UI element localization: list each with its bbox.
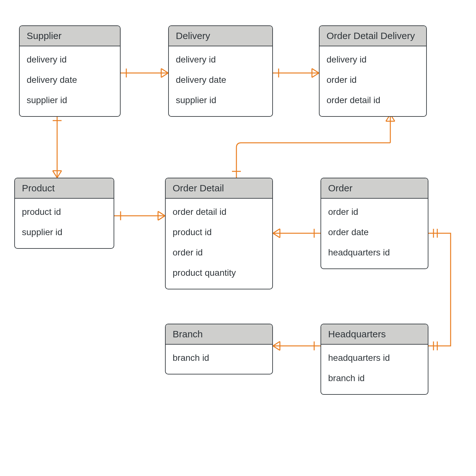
entity-attribute: supplier id bbox=[22, 222, 107, 242]
entity-attribute: product quantity bbox=[173, 263, 265, 283]
entity-title: Branch bbox=[166, 324, 272, 345]
entity-delivery[interactable]: Delivery delivery id delivery date suppl… bbox=[168, 25, 273, 117]
entity-attribute: branch id bbox=[173, 348, 265, 368]
entity-attribute: supplier id bbox=[27, 90, 113, 110]
svg-line-7 bbox=[312, 69, 319, 73]
entity-order-detail[interactable]: Order Detail order detail id product id … bbox=[165, 178, 273, 289]
svg-line-26 bbox=[273, 229, 280, 233]
entity-supplier[interactable]: Supplier delivery id delivery date suppl… bbox=[19, 25, 121, 117]
entity-product[interactable]: Product product id supplier id bbox=[14, 178, 114, 249]
svg-line-12 bbox=[53, 171, 57, 178]
entity-attribute: order id bbox=[328, 202, 421, 222]
entity-attribute: supplier id bbox=[176, 90, 265, 110]
entity-headquarters[interactable]: Headquarters headquarters id branch id bbox=[321, 324, 428, 395]
entity-attribute: delivery id bbox=[176, 50, 265, 70]
er-diagram-canvas: Supplier delivery id delivery date suppl… bbox=[0, 0, 476, 476]
svg-line-2 bbox=[161, 69, 168, 73]
entity-title: Order Detail bbox=[166, 178, 272, 199]
svg-line-13 bbox=[57, 171, 62, 178]
entity-attribute: delivery id bbox=[327, 50, 419, 70]
svg-line-27 bbox=[273, 233, 280, 238]
entity-title: Delivery bbox=[169, 26, 272, 46]
svg-line-8 bbox=[312, 73, 319, 77]
entity-attribute: order detail id bbox=[327, 90, 419, 110]
svg-line-3 bbox=[161, 73, 168, 77]
entity-attribute: order id bbox=[327, 70, 419, 90]
svg-line-35 bbox=[273, 341, 280, 346]
entity-attribute: delivery date bbox=[176, 70, 265, 90]
entity-attribute: product id bbox=[173, 222, 265, 242]
entity-order-detail-delivery[interactable]: Order Detail Delivery delivery id order … bbox=[319, 25, 427, 117]
entity-title: Headquarters bbox=[321, 324, 428, 345]
entity-attribute: order detail id bbox=[173, 202, 265, 222]
entity-title: Supplier bbox=[20, 26, 120, 46]
entity-title: Order bbox=[321, 178, 428, 199]
entity-attribute: product id bbox=[22, 202, 107, 222]
entity-attribute: headquarters id bbox=[328, 348, 421, 368]
entity-title: Order Detail Delivery bbox=[320, 26, 426, 46]
entity-title: Product bbox=[15, 178, 114, 199]
entity-attribute: branch id bbox=[328, 368, 421, 388]
svg-line-36 bbox=[273, 346, 280, 350]
entity-attribute: headquarters id bbox=[328, 242, 421, 263]
svg-line-18 bbox=[158, 216, 165, 220]
entity-attribute: delivery id bbox=[27, 50, 113, 70]
svg-line-17 bbox=[158, 211, 165, 216]
entity-attribute: delivery date bbox=[27, 70, 113, 90]
entity-attribute: order date bbox=[328, 222, 421, 242]
entity-attribute: order id bbox=[173, 242, 265, 263]
entity-branch[interactable]: Branch branch id bbox=[165, 324, 273, 374]
entity-order[interactable]: Order order id order date headquarters i… bbox=[321, 178, 428, 269]
